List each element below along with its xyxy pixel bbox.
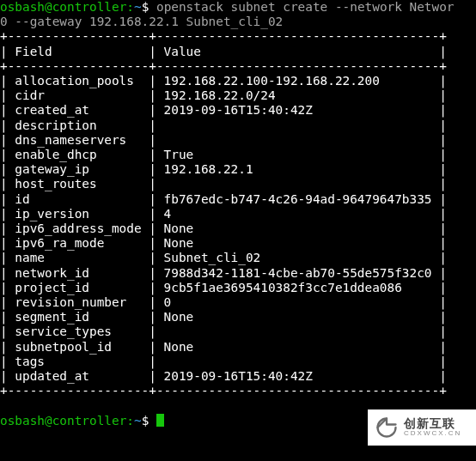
command-text-line2: 0 --gateway 192.168.22.1 Subnet_cli_02 (0, 15, 283, 28)
table-border-top: +-------------------+-------------------… (0, 29, 447, 43)
table-row: | host_routes | | (0, 177, 447, 191)
table-row: | ip_version | 4 | (0, 207, 447, 221)
table-row: | dns_nameservers | | (0, 133, 447, 147)
prompt-path: ~ (134, 0, 142, 14)
prompt-sigil: $ (142, 0, 156, 14)
command-text-line1: openstack subnet create --network Networ (156, 0, 455, 14)
prompt-at: @ (45, 414, 52, 428)
cursor-block[interactable] (156, 414, 164, 427)
table-row: | revision_number | 0 | (0, 295, 447, 309)
table-row: | ipv6_ra_mode | None | (0, 236, 447, 250)
prompt-colon: : (126, 0, 134, 14)
table-border-bottom: +-------------------+-------------------… (0, 384, 447, 397)
table-row: | updated_at | 2019-09-16T15:40:42Z | (0, 369, 447, 383)
table-row: | enable_dhcp | True | (0, 148, 447, 161)
prompt-host: controller (52, 0, 127, 14)
prompt-sigil: $ (142, 414, 156, 428)
table-row: | created_at | 2019-09-16T15:40:42Z | (0, 103, 447, 117)
watermark-text-cn: 创新互联 (404, 417, 461, 430)
table-row: | project_id | 9cb5f1ae3695410382f3cc7e1… (0, 281, 447, 294)
prompt-colon: : (126, 414, 134, 428)
table-row: | allocation_pools | 192.168.22.100-192.… (0, 74, 447, 88)
terminal-output[interactable]: osbash@controller:~$ openstack subnet cr… (0, 0, 476, 428)
table-row: | service_types | | (0, 325, 447, 338)
watermark-logo-icon (375, 416, 399, 440)
table-row: | gateway_ip | 192.168.22.1 | (0, 162, 447, 176)
watermark-text-py: CDXWCX.CN (404, 430, 461, 437)
watermark-badge: 创新互联 CDXWCX.CN (368, 409, 476, 446)
table-row: | ipv6_address_mode | None | (0, 221, 447, 235)
prompt-user: osbash (0, 414, 45, 428)
table-row: | subnetpool_id | None | (0, 340, 447, 354)
table-row: | id | fb767edc-b747-4c26-94ad-96479647b… (0, 192, 447, 206)
prompt-at: @ (45, 0, 52, 14)
prompt-host: controller (52, 414, 127, 428)
table-row: | network_id | 7988d342-1181-4cbe-ab70-5… (0, 266, 447, 280)
prompt-user: osbash (0, 0, 45, 14)
table-row: | description | | (0, 118, 447, 132)
table-header-row: | Field | Value | (0, 45, 447, 58)
prompt-path: ~ (134, 414, 142, 428)
table-row: | cidr | 192.168.22.0/24 | (0, 88, 447, 102)
table-border-mid: +-------------------+-------------------… (0, 59, 447, 73)
table-row: | segment_id | None | (0, 310, 447, 324)
table-row: | name | Subnet_cli_02 | (0, 251, 447, 264)
table-row: | tags | | (0, 355, 447, 368)
